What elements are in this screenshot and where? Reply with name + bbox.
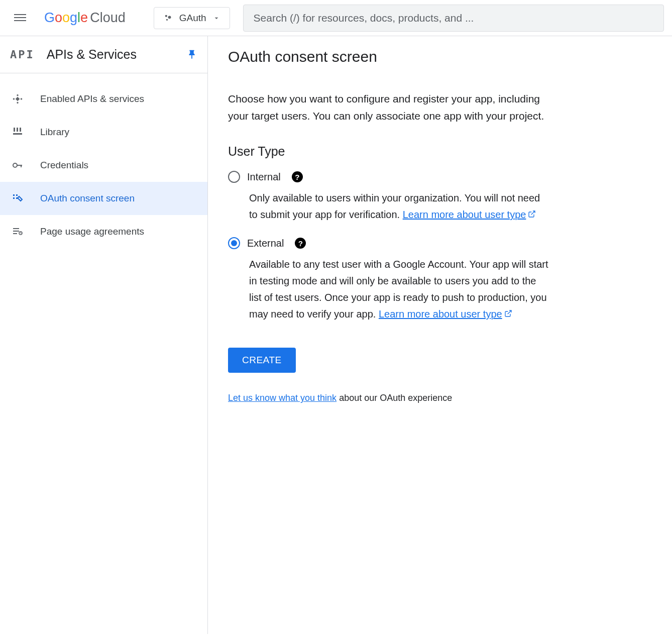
user-type-header: User Type <box>228 144 652 159</box>
consent-icon <box>11 192 24 205</box>
radio-option-internal: Internal ? Only available to users withi… <box>228 171 652 223</box>
sidebar-item-library[interactable]: Library <box>0 116 207 149</box>
svg-rect-3 <box>17 94 19 96</box>
svg-rect-11 <box>13 133 22 135</box>
agreements-icon <box>11 225 24 238</box>
svg-rect-17 <box>13 197 15 199</box>
external-link-icon <box>528 210 536 218</box>
sidebar-item-label: OAuth consent screen <box>40 193 135 204</box>
sidebar-item-page-usage[interactable]: Page usage agreements <box>0 215 207 248</box>
create-button[interactable]: CREATE <box>228 348 296 373</box>
svg-rect-15 <box>13 194 15 196</box>
svg-rect-21 <box>13 233 17 234</box>
feedback-suffix: about our OAuth experience <box>337 393 452 403</box>
search-placeholder: Search (/) for resources, docs, products… <box>254 12 474 24</box>
external-link-icon <box>504 309 512 318</box>
radio-option-external: External ? Available to any test user wi… <box>228 237 652 323</box>
external-description: Available to any test user with a Google… <box>249 256 550 323</box>
sidebar-title: APIs & Services <box>47 47 174 62</box>
svg-rect-8 <box>14 128 15 132</box>
sidebar-item-credentials[interactable]: Credentials <box>0 149 207 182</box>
svg-rect-9 <box>17 128 18 132</box>
sidebar-item-label: Enabled APIs & services <box>40 93 144 104</box>
cloud-logo-text: Cloud <box>90 10 126 26</box>
svg-rect-10 <box>20 128 21 132</box>
search-input[interactable]: Search (/) for resources, docs, products… <box>243 5 664 32</box>
help-icon[interactable]: ? <box>295 238 306 249</box>
api-badge: API <box>10 48 35 61</box>
radio-internal-label: Internal <box>247 171 281 183</box>
project-selector-button[interactable]: GAuth <box>154 7 230 29</box>
internal-learn-more-link[interactable]: Learn more about user type <box>403 209 536 220</box>
project-dots-icon <box>163 13 173 23</box>
svg-point-2 <box>166 19 168 20</box>
external-learn-more-link[interactable]: Learn more about user type <box>379 308 512 320</box>
chevron-down-icon <box>212 14 220 22</box>
svg-rect-6 <box>17 101 19 103</box>
page-title: OAuth consent screen <box>228 48 652 65</box>
feedback-link[interactable]: Let us know what you think <box>228 393 337 403</box>
header: Google Cloud GAuth Search (/) for resour… <box>0 0 672 36</box>
sidebar-item-oauth-consent[interactable]: OAuth consent screen <box>0 182 207 215</box>
feedback-row: Let us know what you think about our OAu… <box>228 393 652 403</box>
pin-icon[interactable] <box>186 49 197 60</box>
svg-rect-16 <box>16 194 18 196</box>
google-logo-text: Google <box>44 10 88 26</box>
project-name-label: GAuth <box>179 13 206 24</box>
sidebar-header: API APIs & Services <box>0 36 207 73</box>
internal-description: Only available to users within your orga… <box>249 190 550 223</box>
svg-rect-19 <box>13 228 19 229</box>
key-icon <box>11 159 24 172</box>
sidebar-item-label: Page usage agreements <box>40 226 144 237</box>
radio-internal[interactable] <box>228 171 240 183</box>
radio-external[interactable] <box>228 237 240 249</box>
svg-point-1 <box>168 16 171 19</box>
svg-point-12 <box>13 163 17 167</box>
sidebar: API APIs & Services Enabled APIs & servi… <box>0 36 208 634</box>
library-icon <box>11 126 24 139</box>
logo[interactable]: Google Cloud <box>44 10 126 26</box>
svg-rect-20 <box>13 231 19 232</box>
svg-rect-7 <box>16 97 20 101</box>
user-type-radio-group: Internal ? Only available to users withi… <box>228 171 652 323</box>
intro-text: Choose how you want to configure and reg… <box>228 90 559 124</box>
radio-external-label: External <box>247 238 284 249</box>
svg-rect-4 <box>13 98 15 100</box>
svg-rect-5 <box>20 98 22 100</box>
sidebar-item-label: Credentials <box>40 160 88 171</box>
main-content: OAuth consent screen Choose how you want… <box>208 36 672 634</box>
help-icon[interactable]: ? <box>292 171 303 182</box>
sidebar-nav: Enabled APIs & services Library Credenti… <box>0 73 207 248</box>
svg-point-0 <box>165 15 167 17</box>
sidebar-item-label: Library <box>40 127 69 138</box>
diamond-dots-icon <box>11 92 24 105</box>
svg-rect-14 <box>21 165 22 167</box>
sidebar-item-enabled-apis[interactable]: Enabled APIs & services <box>0 82 207 116</box>
hamburger-menu-button[interactable] <box>8 6 32 30</box>
